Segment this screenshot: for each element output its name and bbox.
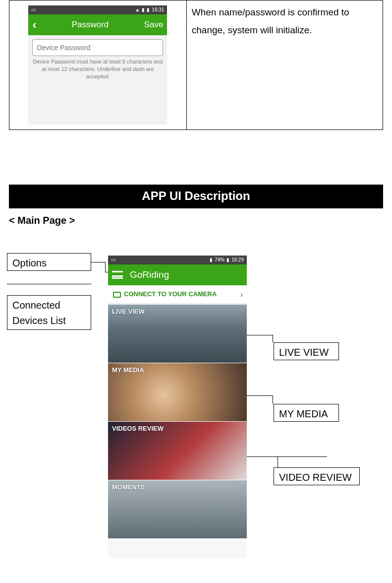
password-screenshot-cell: ▭ ▲ ▮ ▮ 16:31 ‹ Password Save De xyxy=(9,0,187,130)
callout-options: Options xyxy=(7,253,91,271)
app-indicator-icon: ▭ xyxy=(111,256,115,264)
password-title: Password xyxy=(72,18,109,31)
tile-liveview[interactable]: LIVE VIEW xyxy=(108,304,247,363)
tile-mymedia[interactable]: MY MEDIA xyxy=(108,363,247,421)
subheading-main-page: < Main Page > xyxy=(9,212,392,228)
tile-moments-label: MOMENTS xyxy=(112,483,145,491)
divider-line xyxy=(7,284,91,284)
connect-label: CONNECT TO YOUR CAMERA xyxy=(124,289,217,300)
callout-connected-devices: Connected Devices List xyxy=(7,295,91,330)
section-header: APP UI Description xyxy=(9,185,383,208)
signal-icon: ▮ xyxy=(210,256,213,264)
camera-icon xyxy=(113,292,121,298)
leader-line xyxy=(273,335,273,342)
callout-liveview: LIVE VIEW xyxy=(274,342,339,360)
tile-moments[interactable]: MOMENTS xyxy=(108,480,247,538)
mainpage-header: GoRiding xyxy=(108,264,247,285)
chevron-right-icon: › xyxy=(240,288,243,301)
save-button[interactable]: Save xyxy=(144,18,164,31)
callout-mymedia-label: MY MEDIA xyxy=(279,408,328,419)
app-indicator-icon: ▭ xyxy=(31,6,36,14)
callout-connected-label: Connected Devices List xyxy=(12,300,66,326)
status-left-icons: ▭ xyxy=(31,6,36,14)
leader-line xyxy=(105,262,106,272)
signal-icon: ▮ xyxy=(142,6,145,14)
main-page-diagram: Options Connected Devices List LIVE VIEW… xyxy=(0,253,392,571)
status-right-icons: ▮ 74% ▮ 16:29 xyxy=(210,256,244,264)
password-body: Device Password must have at least 8 cha… xyxy=(28,35,167,84)
password-header: ‹ Password Save xyxy=(28,14,167,35)
password-description-text: When name/password is confirmed to chang… xyxy=(192,7,349,35)
status-left-icons: ▭ xyxy=(111,256,115,264)
callout-liveview-label: LIVE VIEW xyxy=(279,347,329,358)
status-right-icons: ▲ ▮ ▮ 16:31 xyxy=(135,6,164,14)
password-description-cell: When name/password is confirmed to chang… xyxy=(186,0,383,130)
status-bar: ▭ ▮ 74% ▮ 16:29 xyxy=(108,256,247,264)
tile-videosreview[interactable]: VIDEOS REVIEW xyxy=(108,421,247,480)
battery-percent: 74% xyxy=(215,256,224,264)
back-icon[interactable]: ‹ xyxy=(32,15,36,34)
tile-videosreview-label: VIDEOS REVIEW xyxy=(112,425,164,432)
app-title: GoRiding xyxy=(130,267,169,282)
tile-liveview-label: LIVE VIEW xyxy=(112,308,145,315)
connect-camera-row[interactable]: CONNECT TO YOUR CAMERA › xyxy=(108,285,247,304)
leader-line xyxy=(273,395,273,404)
wifi-icon: ▲ xyxy=(135,6,140,14)
clock-text: 16:31 xyxy=(152,6,164,14)
leader-line xyxy=(91,262,105,262)
hamburger-menu-icon[interactable] xyxy=(112,271,123,279)
callout-options-label: Options xyxy=(12,258,47,268)
status-bar: ▭ ▲ ▮ ▮ 16:31 xyxy=(28,5,167,14)
device-password-input[interactable] xyxy=(32,39,163,56)
battery-icon: ▮ xyxy=(147,6,150,14)
clock-text: 16:29 xyxy=(231,256,244,264)
leader-line xyxy=(278,456,278,467)
callout-videoreview: VIDEO REVIEW xyxy=(274,467,360,485)
tile-mymedia-label: MY MEDIA xyxy=(112,366,144,374)
battery-icon: ▮ xyxy=(226,256,229,264)
password-hint-text: Device Password must have at least 8 cha… xyxy=(32,58,163,80)
password-phone-mock: ▭ ▲ ▮ ▮ 16:31 ‹ Password Save De xyxy=(28,5,167,125)
mainpage-phone-mock: ▭ ▮ 74% ▮ 16:29 GoRiding CONNECT TO YOUR… xyxy=(108,256,247,558)
callout-videoreview-label: VIDEO REVIEW xyxy=(279,472,352,483)
callout-mymedia: MY MEDIA xyxy=(274,404,339,422)
top-row-table: ▭ ▲ ▮ ▮ 16:31 ‹ Password Save De xyxy=(9,0,383,130)
